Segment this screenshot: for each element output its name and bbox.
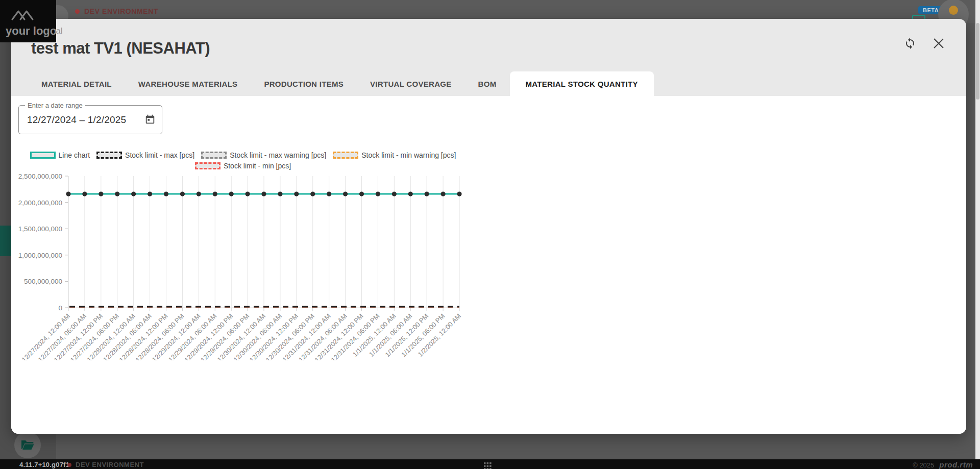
dialog-header: Material test mat TV1 (NESAHAT): [11, 19, 966, 71]
svg-text:500,000,000: 500,000,000: [24, 278, 62, 285]
svg-text:2,000,000,000: 2,000,000,000: [18, 199, 62, 207]
date-range-label: Enter a date range: [25, 102, 85, 109]
footer-env-dot-icon: [67, 463, 71, 467]
tab-material-detail[interactable]: MATERIAL DETAIL: [28, 71, 125, 96]
logo-text: your logo: [6, 24, 56, 38]
tab-bom[interactable]: BOM: [465, 71, 510, 96]
brand-logo: prod.rtm: [939, 460, 973, 469]
refresh-icon: [904, 37, 916, 50]
svg-text:2,500,000,000: 2,500,000,000: [18, 172, 62, 180]
svg-text:0: 0: [58, 304, 62, 312]
env-badge-label: DEV ENVIRONMENT: [84, 7, 158, 15]
chart-canvas: 12/27/2024, 12:00 AM12/27/2024, 06:00 AM…: [11, 156, 491, 360]
open-datepicker-button[interactable]: [143, 113, 157, 127]
scrollbar-thumb[interactable]: [976, 23, 979, 100]
footer-env-label: DEV ENVIRONMENT: [76, 461, 144, 468]
tab-material-stock-quantity[interactable]: MATERIAL STOCK QUANTITY: [510, 71, 654, 96]
date-range-field[interactable]: Enter a date range 12/27/2024 – 1/2/2025: [18, 105, 162, 134]
apps-grid-icon[interactable]: [484, 462, 492, 469]
copyright: © 2025: [913, 461, 934, 469]
env-badge: DEV ENVIRONMENT: [75, 7, 158, 15]
date-range-value[interactable]: 12/27/2024 – 1/2/2025: [27, 114, 126, 126]
footer-env-badge: DEV ENVIRONMENT: [67, 461, 144, 468]
status-bar: 4.11.7+10.g07f1 DEV ENVIRONMENT © 2025 p…: [0, 459, 980, 469]
app-logo[interactable]: your logo: [0, 0, 56, 42]
close-button[interactable]: [933, 37, 945, 50]
material-dialog: Material test mat TV1 (NESAHAT) MATERIAL…: [11, 19, 966, 434]
tab-panel-material-stock-quantity: Enter a date range 12/27/2024 – 1/2/2025…: [11, 96, 966, 434]
sidebar-folder-button[interactable]: [14, 432, 41, 458]
calendar-icon: [144, 114, 156, 125]
svg-text:1,000,000,000: 1,000,000,000: [18, 252, 62, 259]
app-version: 4.11.7+10.g07f1: [19, 461, 69, 468]
page-scrollbar[interactable]: [975, 0, 980, 459]
tab-warehouse-materials[interactable]: WAREHOUSE MATERIALS: [125, 71, 251, 96]
tab-production-items[interactable]: PRODUCTION ITEMS: [251, 71, 357, 96]
dialog-title: test mat TV1 (NESAHAT): [31, 39, 210, 58]
logo-chevrons-icon: [11, 6, 42, 21]
tab-virtual-coverage[interactable]: VIRTUAL COVERAGE: [357, 71, 465, 96]
stock-quantity-chart: 12/27/2024, 12:00 AM12/27/2024, 06:00 AM…: [11, 156, 491, 360]
env-status-dot-icon: [75, 9, 80, 14]
folder-open-icon: [21, 439, 34, 451]
svg-text:1,500,000,000: 1,500,000,000: [18, 225, 62, 233]
dialog-tabs: MATERIAL DETAILWAREHOUSE MATERIALSPRODUC…: [11, 71, 966, 96]
close-icon: [933, 37, 945, 50]
refresh-button[interactable]: [904, 37, 916, 50]
